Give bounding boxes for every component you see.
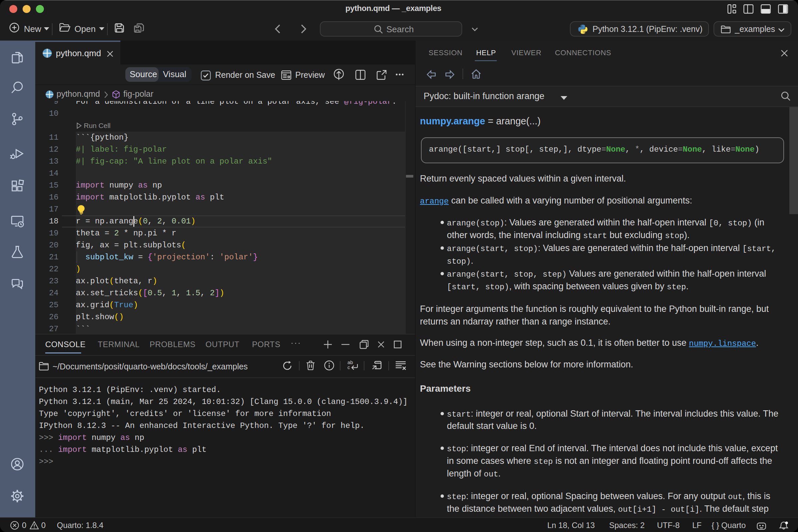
- svg-text:c: c: [347, 364, 350, 370]
